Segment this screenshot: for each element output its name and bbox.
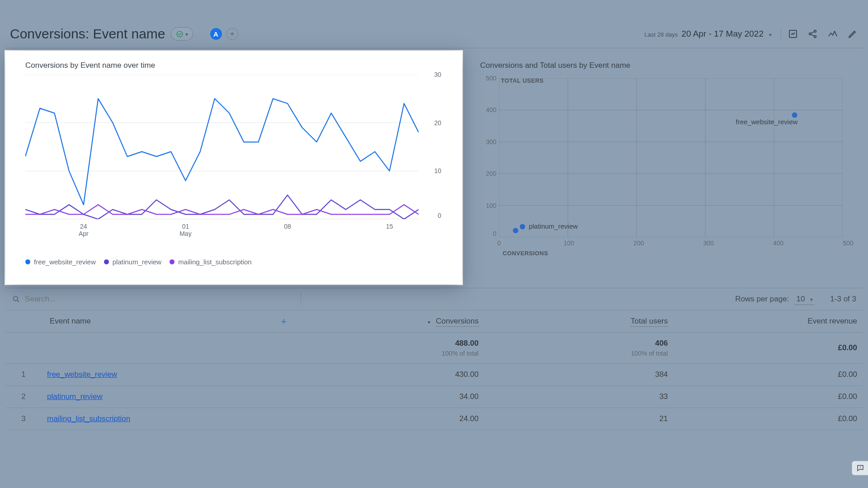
event-link[interactable]: mailing_list_subscription	[47, 414, 130, 423]
scatter-x-axis: 0100200 300400500	[499, 239, 848, 249]
svg-point-24	[14, 296, 18, 301]
legend-dot-icon	[104, 259, 109, 264]
add-segment-button[interactable]: +	[226, 28, 238, 40]
line-chart-plot	[25, 75, 419, 219]
rows-per-page-label: Rows per page:	[735, 295, 789, 304]
data-table-section: Rows per page: 10 1-3 of 3 Event name +	[5, 288, 863, 430]
line-chart-y-axis: 30 20 10 0	[425, 75, 441, 219]
chevron-down-icon	[767, 30, 772, 39]
line-chart-title: Conversions by Event name over time	[25, 61, 448, 70]
search-input[interactable]	[25, 295, 301, 304]
scatter-chart-plot	[499, 78, 843, 237]
legend-item[interactable]: platinum_review	[104, 258, 161, 266]
event-link[interactable]: free_website_review	[47, 370, 117, 379]
line-chart: 30 20 10 0 24Apr01May0815	[25, 75, 441, 232]
cell-revenue: £0.00	[673, 408, 863, 430]
edit-icon[interactable]	[847, 28, 858, 39]
column-header-conversions[interactable]: Conversions	[295, 310, 484, 333]
svg-rect-26	[860, 466, 860, 468]
rows-per-page-value: 10	[796, 295, 805, 304]
customize-report-icon[interactable]	[788, 28, 798, 39]
legend-label: platinum_review	[113, 258, 161, 266]
cell-revenue: £0.00	[673, 364, 863, 386]
svg-point-3	[814, 30, 816, 32]
svg-point-0	[177, 31, 183, 37]
add-dimension-button[interactable]: +	[281, 316, 287, 328]
date-range-prefix: Last 28 days	[645, 31, 678, 38]
cell-conversions: 24.00	[295, 408, 484, 430]
pagination-range: 1-3 of 3	[830, 295, 856, 304]
table-row[interactable]: 1free_website_review430.00384£0.00	[5, 364, 863, 386]
date-range-picker[interactable]: Last 28 days 20 Apr - 17 May 2022	[645, 29, 772, 39]
column-header-revenue[interactable]: Event revenue	[673, 310, 863, 333]
legend-label: mailing_list_subscription	[178, 258, 252, 266]
legend-dot-icon	[25, 259, 30, 264]
legend-item[interactable]: mailing_list_subscription	[170, 258, 252, 266]
legend-label: free_website_review	[34, 258, 96, 266]
svg-point-4	[814, 36, 816, 38]
table-row[interactable]: 2platinum_review34.0033£0.00	[5, 386, 863, 408]
chevron-down-icon	[808, 295, 813, 304]
event-link[interactable]: platinum_review	[47, 392, 103, 401]
svg-point-21	[792, 113, 797, 118]
report-title: Conversions: Event name	[10, 26, 165, 42]
report-header: Conversions: Event name A + Last 28 days…	[5, 22, 863, 48]
line-chart-panel: Conversions by Event name over time 30 2…	[5, 51, 462, 284]
table-row[interactable]: 3mailing_list_subscription24.0021£0.00	[5, 408, 863, 430]
rows-per-page-select[interactable]: 10	[794, 294, 815, 305]
scatter-y-axis: 500400300 2001000	[480, 78, 498, 237]
date-range-value: 20 Apr - 17 May 2022	[681, 29, 764, 39]
scatter-chart-panel: Conversions and Total users by Event nam…	[462, 51, 863, 284]
feedback-button[interactable]	[852, 461, 868, 475]
feedback-icon	[856, 464, 864, 472]
scatter-point-label: platinum_review	[529, 222, 578, 230]
cell-users: 21	[484, 408, 674, 430]
svg-point-23	[513, 228, 518, 233]
svg-point-25	[860, 468, 860, 469]
row-index: 1	[5, 364, 42, 386]
sort-down-icon	[426, 319, 432, 324]
line-chart-legend: free_website_review platinum_review mail…	[25, 258, 448, 266]
data-table: Event name + Conversions Total users Eve…	[5, 310, 863, 430]
svg-point-2	[809, 33, 811, 35]
scatter-x-title: CONVERSIONS	[503, 250, 548, 257]
check-circle-icon	[176, 30, 184, 38]
cell-conversions: 430.00	[295, 364, 484, 386]
row-index: 3	[5, 408, 42, 430]
svg-point-22	[520, 224, 525, 230]
totals-row: 488.00100% of total 406100% of total £0.…	[5, 333, 863, 364]
scatter-chart-title: Conversions and Total users by Event nam…	[480, 61, 848, 70]
table-search[interactable]	[12, 293, 301, 305]
legend-item[interactable]: free_website_review	[25, 258, 96, 266]
cell-users: 33	[484, 386, 674, 408]
plus-icon: +	[230, 29, 235, 38]
column-header-event[interactable]: Event name	[50, 317, 91, 325]
insights-icon[interactable]	[827, 28, 838, 39]
filter-status-chip[interactable]	[171, 27, 193, 41]
legend-dot-icon	[170, 259, 175, 264]
segment-badge[interactable]: A	[210, 28, 222, 40]
cell-conversions: 34.00	[295, 386, 484, 408]
cell-users: 384	[484, 364, 674, 386]
search-icon	[12, 295, 20, 304]
share-icon[interactable]	[807, 28, 818, 39]
row-index: 2	[5, 386, 42, 408]
column-header-users[interactable]: Total users	[484, 310, 674, 333]
scatter-point-label: free_website_review	[736, 118, 798, 126]
chevron-down-icon	[184, 29, 188, 38]
cell-revenue: £0.00	[673, 386, 863, 408]
